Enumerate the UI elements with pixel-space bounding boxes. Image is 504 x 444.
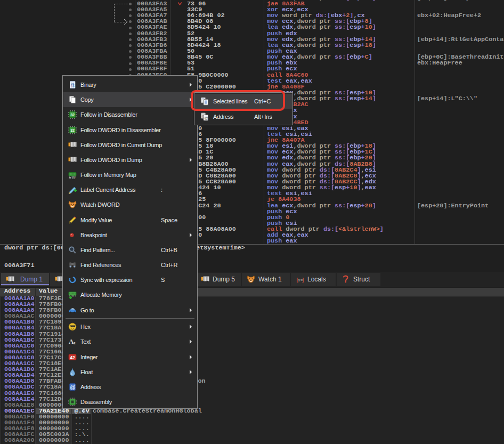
svg-text:@: @ (70, 384, 75, 390)
svg-text:10: 10 (71, 85, 75, 88)
svg-text:42: 42 (70, 354, 75, 360)
svg-text:]: ] (302, 278, 304, 283)
svg-text:z: z (74, 341, 76, 345)
svg-text:32: 32 (70, 128, 75, 132)
svg-text:@: @ (72, 176, 76, 180)
svg-text:32: 32 (70, 114, 75, 117)
svg-text:@: @ (205, 116, 209, 120)
